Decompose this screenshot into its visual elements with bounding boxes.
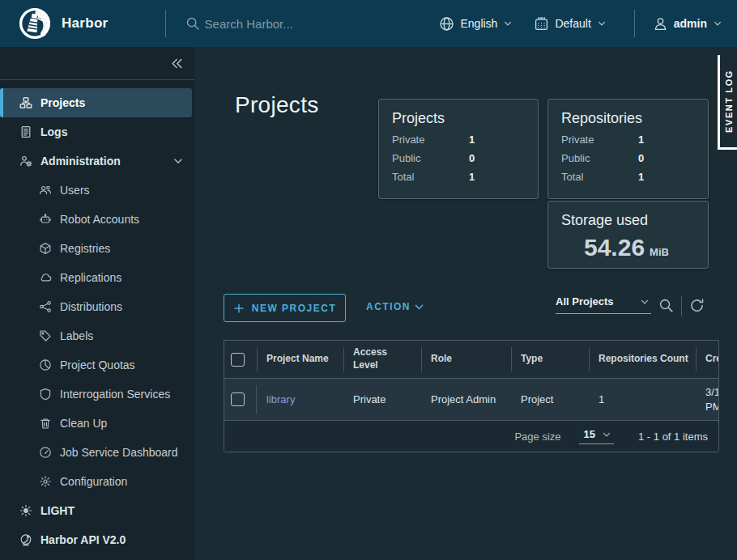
sidebar-item-interrogation-services[interactable]: Interrogation Services <box>0 380 194 409</box>
theme-label: Default <box>555 17 590 30</box>
storage-amount: 54.26 <box>584 234 645 261</box>
chevron-down-icon <box>713 19 722 28</box>
header-divider <box>634 10 635 37</box>
storage-value: 54.26 MiB <box>561 234 695 261</box>
theme-dropdown[interactable]: Default <box>534 16 606 32</box>
table-row: library Private Project Admin Project 1 … <box>224 379 718 421</box>
sidebar-item-users[interactable]: Users <box>0 176 194 205</box>
column-header-type: Type <box>511 341 589 378</box>
user-icon <box>653 16 668 32</box>
sidebar-item-labels[interactable]: Labels <box>0 321 194 350</box>
stat-row: Total 1 <box>392 171 525 183</box>
sidebar-item-label: Project Quotas <box>60 358 135 371</box>
sidebar-item-label: Administration <box>40 155 121 168</box>
stat-value: 0 <box>469 152 475 164</box>
action-label: ACTION <box>366 301 411 312</box>
action-dropdown[interactable]: ACTION <box>366 301 424 312</box>
header-actions: English Default <box>439 10 737 37</box>
api-docs-icon <box>19 533 32 546</box>
creation-time-line1: 3/1 <box>705 385 719 400</box>
sidebar-item-label: Logs <box>40 125 67 138</box>
sidebar-item-distributions[interactable]: Distributions <box>0 292 194 321</box>
sidebar-item-clean-up[interactable]: Clean Up <box>0 409 194 438</box>
role-cell: Project Admin <box>421 379 511 420</box>
sidebar-item-label: Job Service Dashboard <box>60 446 178 459</box>
username-label: admin <box>674 17 707 30</box>
pie-chart-icon <box>39 358 52 371</box>
sidebar-item-label: Configuration <box>60 475 127 488</box>
column-header-creation-time: Cre <box>696 341 719 378</box>
projects-summary-card: Projects Private 1 Public 0 Total 1 <box>378 99 539 199</box>
brand-title: Harbor <box>62 15 109 32</box>
user-menu[interactable]: admin <box>653 16 722 32</box>
sidebar-item-logs[interactable]: Logs <box>0 117 194 146</box>
repositories-summary-card: Repositories Private 1 Public 0 Total 1 <box>547 99 709 199</box>
type-cell: Project <box>511 379 589 420</box>
sidebar-nav: Projects Logs <box>0 80 194 554</box>
storage-summary-card: Storage used 54.26 MiB <box>547 201 709 269</box>
sidebar-item-theme-light[interactable]: LIGHT <box>0 496 194 525</box>
home-link[interactable]: Harbor <box>18 6 109 40</box>
items-range-label: 1 - 1 of 1 items <box>638 431 708 443</box>
sidebar-item-label: Replications <box>60 271 121 284</box>
stat-row: Total 1 <box>561 171 695 183</box>
sidebar-item-project-quotas[interactable]: Project Quotas <box>0 350 194 380</box>
event-log-label: EVENT LOG <box>724 70 734 133</box>
sidebar-item-label: Registries <box>60 242 110 255</box>
cloud-icon <box>39 271 52 284</box>
chevron-down-icon <box>602 430 611 439</box>
sidebar-item-label: Projects <box>40 96 85 109</box>
share-icon <box>39 300 52 313</box>
sidebar-item-harbor-api[interactable]: Harbor API V2.0 <box>0 525 194 554</box>
globe-icon <box>439 16 454 32</box>
search-input[interactable] <box>205 17 391 31</box>
event-log-tab[interactable]: EVENT LOG <box>718 55 737 150</box>
filter-search-button[interactable] <box>658 298 674 313</box>
stat-row: Private 1 <box>392 134 525 146</box>
sidebar-item-label: Robot Accounts <box>60 213 139 226</box>
sidebar-item-label: Interrogation Services <box>60 388 170 401</box>
harbor-app: Harbor English <box>0 0 737 560</box>
sidebar-collapse-button[interactable] <box>0 47 194 80</box>
shield-icon <box>39 388 52 401</box>
gauge-icon <box>39 446 52 459</box>
card-title: Repositories <box>561 110 695 127</box>
sidebar-item-projects[interactable]: Projects <box>0 88 192 117</box>
chevron-down-icon <box>597 19 607 28</box>
page-size-label: Page size <box>514 431 560 443</box>
sidebar-item-label: Labels <box>60 329 93 342</box>
refresh-button[interactable] <box>689 298 705 313</box>
global-search <box>185 16 391 31</box>
stat-row: Public 0 <box>561 152 695 164</box>
sidebar-item-registries[interactable]: Registries <box>0 234 194 263</box>
projects-table: Project Name Access Level Role Type Repo… <box>224 340 719 452</box>
page-size-select[interactable]: 15 <box>579 428 614 444</box>
new-project-button[interactable]: NEW PROJECT <box>224 294 346 322</box>
sidebar-item-administration[interactable]: Administration <box>0 146 194 176</box>
double-chevron-left-icon <box>170 57 184 70</box>
sidebar-item-replications[interactable]: Replications <box>0 263 194 292</box>
sidebar-item-job-service-dashboard[interactable]: Job Service Dashboard <box>0 438 194 467</box>
project-scope-select[interactable]: All Projects <box>556 295 651 314</box>
language-dropdown[interactable]: English <box>439 16 513 32</box>
logs-icon <box>19 125 32 138</box>
sidebar-item-label: Harbor API V2.0 <box>40 533 126 546</box>
stat-label: Public <box>561 152 638 164</box>
stat-label: Total <box>392 171 469 183</box>
project-filter-group: All Projects <box>556 295 705 316</box>
chevron-down-icon <box>173 155 184 167</box>
sidebar-item-robot-accounts[interactable]: Robot Accounts <box>0 205 194 234</box>
page-size-value: 15 <box>584 428 595 440</box>
sidebar-item-configuration[interactable]: Configuration <box>0 467 194 496</box>
filter-divider <box>681 296 682 316</box>
row-checkbox-cell <box>224 379 257 420</box>
select-all-checkbox[interactable] <box>231 353 245 367</box>
row-checkbox[interactable] <box>231 392 245 406</box>
sun-icon <box>19 504 32 517</box>
chevron-down-icon <box>503 19 513 28</box>
column-header-access-level: Access Level <box>343 341 421 378</box>
storage-unit: MiB <box>650 246 669 258</box>
search-icon <box>185 16 200 31</box>
robot-icon <box>39 213 52 226</box>
project-link[interactable]: library <box>266 393 295 405</box>
